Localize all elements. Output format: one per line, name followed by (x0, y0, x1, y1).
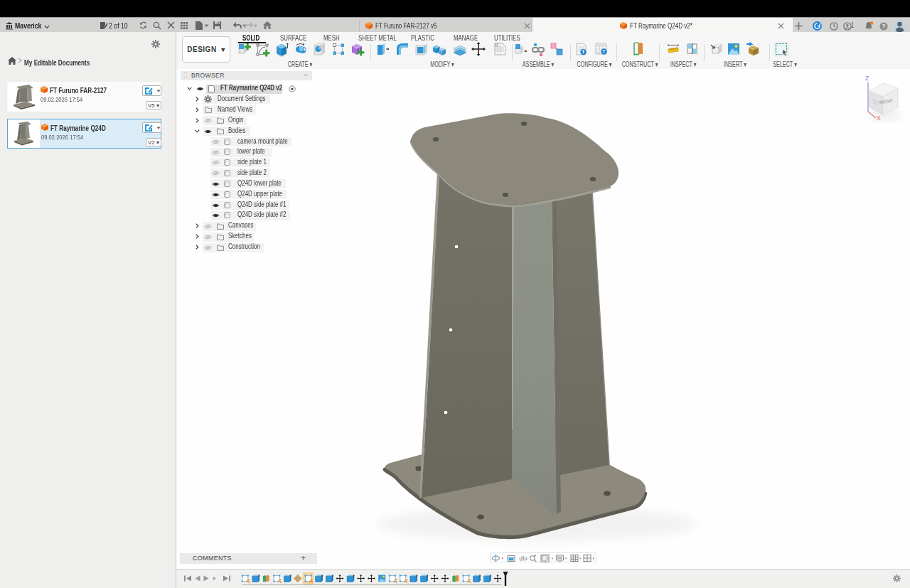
svg-text:Z: Z (865, 75, 869, 82)
svg-text:X: X (877, 114, 881, 122)
svg-text:?: ? (882, 23, 885, 30)
